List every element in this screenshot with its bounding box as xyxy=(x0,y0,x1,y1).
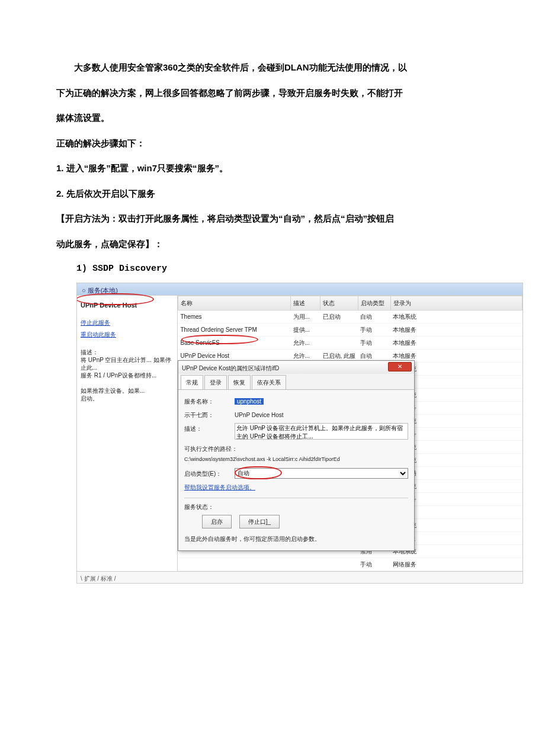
col-name[interactable]: 名称 xyxy=(178,296,291,310)
tab-logon[interactable]: 登录 xyxy=(204,375,227,389)
dialog-note: 当是此外自动服务时，你可指定所适用的启动参数。 xyxy=(184,533,408,544)
value-service-name: upnphost xyxy=(235,398,264,405)
open-method-line-1: 【开启方法为：双击打开此服务属性，将启动类型设置为“自动”，然后点“启动”按钮启 xyxy=(56,210,489,228)
table-row[interactable]: Thread Ordering Server TPM提供...手动本地服务 xyxy=(178,323,522,336)
desc-text-4: 启动。 xyxy=(81,395,174,402)
start-button[interactable]: 启亦 xyxy=(202,515,232,528)
intro-line-2: 下为正确的解决方案，网上很多回答都忽略了前两步骤，导致开启服务时失败，不能打开 xyxy=(56,85,489,102)
close-icon[interactable]: ✕ xyxy=(388,362,412,371)
table-row[interactable]: 手动网络服务 xyxy=(178,558,522,571)
select-startup-type[interactable]: 自动 xyxy=(235,468,408,479)
label-display-name: 示干七而： xyxy=(184,409,235,421)
services-footer-tabs[interactable]: 扩展 / 标准 xyxy=(84,575,113,582)
desc-text-2: 服务 R1 / UPnP设备都维持... xyxy=(81,371,174,379)
dialog-tabs: 常规 登录 恢复 依存关系 xyxy=(178,374,414,390)
table-row[interactable]: Themes为用...已启动自动本地系统 xyxy=(178,310,522,323)
help-link-startup[interactable]: 帮助我设置服务启动选项。 xyxy=(184,484,255,491)
services-header-title: 服务(本地) xyxy=(88,287,118,294)
restart-service-link[interactable]: 重启动此服务 xyxy=(81,329,174,340)
value-description[interactable] xyxy=(235,423,408,440)
desc-label: 描述： xyxy=(81,348,174,356)
stop-service-link[interactable]: 停止此服务 xyxy=(81,317,174,328)
tab-recovery[interactable]: 恢复 xyxy=(228,375,251,389)
label-startup-type: 启动类型(E)： xyxy=(184,468,235,479)
intro-line-1: 大多数人使用安全管家360之类的安全软件后，会碰到DLAN功能无法使用的情况，以 xyxy=(56,59,489,76)
substep-1: 1) SSDP Discovery xyxy=(76,261,489,278)
label-service-state: 服务状态： xyxy=(184,501,235,512)
value-exe-path: C:\windows\system32\svchost.axs -k Local… xyxy=(184,454,408,465)
intro-line-3: 媒体流设置。 xyxy=(56,110,489,127)
label-exe-path: 可执行文件的路径： xyxy=(184,443,408,454)
value-display-name: UPnP Device Host xyxy=(235,409,408,421)
desc-text-1: 将 UPnP 空目主在此计算... 如果停止此... xyxy=(81,356,174,371)
screenshot-services-window: ○ 服务(本地) UPnP Device Host 停止此服务 重启动此服务 描… xyxy=(76,283,523,584)
label-description: 描述： xyxy=(184,423,235,434)
steps-heading: 正确的解决步骤如下： xyxy=(56,135,489,152)
step-2: 2. 先后依次开启以下服务 xyxy=(56,185,489,203)
tab-dependencies[interactable]: 依存关系 xyxy=(252,375,286,389)
desc-text-3: 如果推荐主设备。如果... xyxy=(81,387,174,395)
services-header-bar: ○ 服务(本地) xyxy=(77,283,522,295)
col-logon[interactable]: 登录为 xyxy=(390,296,522,310)
step-1: 1. 进入“服务”配置，win7只要搜索“服务”。 xyxy=(56,160,489,177)
col-startup[interactable]: 启动类型 xyxy=(358,296,390,310)
label-service-name: 服务名称： xyxy=(184,396,235,407)
tab-general[interactable]: 常规 xyxy=(181,375,203,389)
selected-service-title: UPnP Device Host xyxy=(81,299,174,312)
table-row[interactable]: Base ServicFS允许...手动本地服务 xyxy=(178,336,522,349)
col-desc[interactable]: 描述 xyxy=(291,296,320,310)
service-properties-dialog: UPnP Device Kost的属性区域详情ifD ✕ 常规 登录 恢复 依存… xyxy=(178,360,415,551)
col-status[interactable]: 状态 xyxy=(320,296,358,310)
stop-button[interactable]: 停止口]_ xyxy=(239,515,280,528)
services-detail-pane: UPnP Device Host 停止此服务 重启动此服务 描述： 将 UPnP… xyxy=(77,296,178,571)
open-method-line-2: 动此服务，点确定保存】： xyxy=(56,236,489,253)
dialog-title: UPnP Device Kost的属性区域详情ifD xyxy=(182,365,279,371)
